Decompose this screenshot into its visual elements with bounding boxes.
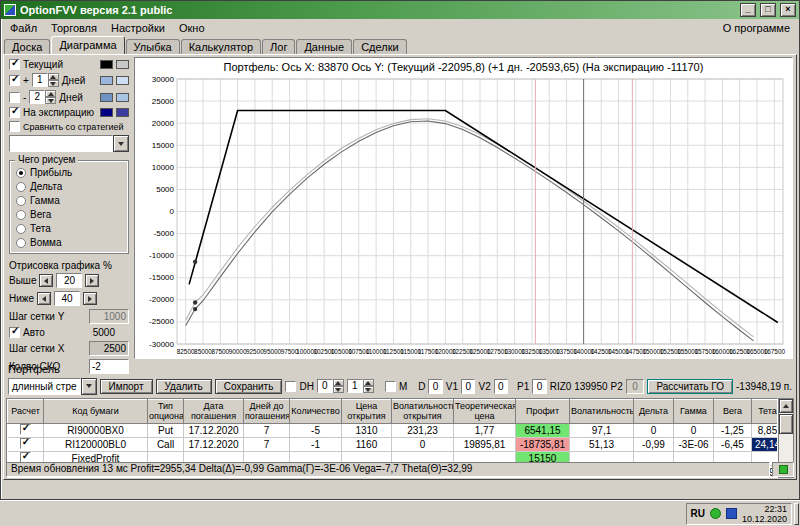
table-cell[interactable]: 6541,15 [516, 424, 570, 438]
spin-down-icon[interactable] [48, 80, 59, 87]
portfolio-profit-chart[interactable]: 8250085000875009000092500950009750010000… [137, 75, 793, 357]
spin-up-icon[interactable] [45, 90, 56, 97]
tab-Данные[interactable]: Данные [296, 39, 352, 54]
menu-about[interactable]: О программе [716, 21, 797, 35]
col-header[interactable]: Код бумаги [44, 400, 148, 424]
legend-checkbox-0[interactable] [9, 59, 20, 70]
table-cell[interactable]: 97,1 [570, 424, 634, 438]
language-indicator[interactable]: RU [691, 508, 705, 519]
table-cell[interactable]: 0 [634, 424, 674, 438]
minimize-button[interactable]: _ [740, 3, 756, 17]
col-header[interactable]: Профит [516, 400, 570, 424]
table-cell[interactable]: 7 [244, 424, 290, 438]
tab-Улыбка[interactable]: Улыбка [126, 39, 180, 54]
p1-input[interactable]: 0 [532, 379, 546, 394]
save-button[interactable]: Сохранить [215, 379, 283, 394]
table-cell[interactable]: -0,99 [634, 438, 674, 452]
col-header[interactable]: Дата погашения [184, 400, 244, 424]
close-button[interactable]: × [780, 3, 796, 17]
dh-checkbox[interactable] [285, 381, 296, 392]
col-header[interactable]: Теоретическая цена [454, 400, 516, 424]
table-cell[interactable]: 231,23 [392, 424, 454, 438]
col-header[interactable]: Дней до погашения [244, 400, 290, 424]
grid-y-input[interactable]: 1000 [89, 309, 129, 324]
col-header[interactable]: Волатильность [570, 400, 634, 424]
draw-option-Вомма[interactable]: Вомма [16, 237, 124, 248]
tab-Доска[interactable]: Доска [4, 39, 50, 54]
draw-option-Прибыль[interactable]: Прибыль [16, 167, 124, 178]
tray-app-icon[interactable] [710, 508, 721, 519]
table-cell[interactable]: 17.12.2020 [184, 438, 244, 452]
tab-Лог[interactable]: Лог [262, 39, 295, 54]
col-header[interactable]: Волатильность открытия [392, 400, 454, 424]
below-value[interactable]: 40 [54, 291, 80, 306]
tab-Сделки[interactable]: Сделки [353, 39, 407, 54]
m-checkbox[interactable] [385, 381, 396, 392]
table-cell[interactable]: 24,14 [752, 438, 779, 452]
delete-button[interactable]: Удалить [156, 379, 212, 394]
spin-down-icon[interactable] [333, 386, 344, 393]
above-increment-button[interactable] [85, 274, 99, 287]
below-decrement-button[interactable] [37, 292, 51, 305]
col-header[interactable]: Расчет [8, 400, 44, 424]
import-button[interactable]: Импорт [100, 379, 153, 394]
col-header[interactable]: Вега [714, 400, 752, 424]
above-value[interactable]: 20 [56, 273, 82, 288]
spin-down-icon[interactable] [45, 97, 56, 104]
col-header[interactable]: Тип опциона [148, 400, 184, 424]
legend-checkbox-2[interactable] [9, 92, 20, 103]
auto-checkbox[interactable] [9, 327, 20, 338]
row-calc-checkbox[interactable] [20, 438, 31, 449]
chevron-down-icon[interactable] [81, 378, 97, 395]
table-cell[interactable]: 1160 [342, 438, 392, 452]
legend-days-spinner-1[interactable]: 1 [32, 73, 59, 87]
table-cell[interactable]: RI90000BX0 [44, 424, 148, 438]
table-cell[interactable]: 19895,81 [454, 438, 516, 452]
draw-option-Дельта[interactable]: Дельта [16, 181, 124, 192]
chevron-down-icon[interactable] [113, 135, 129, 152]
table-cell[interactable]: Call [148, 438, 184, 452]
row-calc-checkbox[interactable] [20, 424, 31, 435]
table-cell[interactable]: -1 [290, 438, 342, 452]
table-cell[interactable]: Put [148, 424, 184, 438]
v1-input[interactable]: 0 [461, 379, 475, 394]
spin-up-icon[interactable] [333, 379, 344, 386]
table-cell[interactable]: 51,13 [570, 438, 634, 452]
col-header[interactable]: Гамма [674, 400, 714, 424]
draw-option-Вега[interactable]: Вега [16, 209, 124, 220]
table-cell[interactable]: 0 [674, 424, 714, 438]
dh-spinner-2[interactable]: 1 [347, 379, 374, 393]
p2-input[interactable]: 0 [626, 379, 645, 394]
table-cell[interactable]: 7 [244, 438, 290, 452]
below-increment-button[interactable] [83, 292, 97, 305]
col-header[interactable]: Количество [290, 400, 342, 424]
grid-x-input[interactable]: 2500 [89, 341, 129, 356]
calc-margin-button[interactable]: Рассчитать ГО [647, 379, 733, 394]
above-decrement-button[interactable] [39, 274, 53, 287]
table-cell[interactable]: 0 [392, 438, 454, 452]
tray-network-icon[interactable] [726, 508, 737, 519]
legend-checkbox-1[interactable] [9, 75, 20, 86]
col-header[interactable]: Цена открытия [342, 400, 392, 424]
legend-checkbox-3[interactable] [9, 107, 20, 118]
draw-option-Тета[interactable]: Тета [16, 223, 124, 234]
table-cell[interactable]: 17.12.2020 [184, 424, 244, 438]
dh-spinner-1[interactable]: 0 [317, 379, 344, 393]
show-desktop-button[interactable] [794, 503, 799, 525]
legend-days-spinner-2[interactable]: 2 [29, 90, 56, 104]
table-cell[interactable]: RI120000BL0 [44, 438, 148, 452]
draw-option-Гамма[interactable]: Гамма [16, 195, 124, 206]
tray-clock[interactable]: 22:31 10.12.2020 [742, 504, 787, 524]
table-cell[interactable]: -1,25 [714, 424, 752, 438]
strategy-compare-combobox[interactable] [9, 135, 129, 152]
d-input[interactable]: 0 [428, 379, 442, 394]
strategy-combobox[interactable]: длинный стре [8, 378, 97, 395]
tab-Диаграмма[interactable]: Диаграмма [51, 36, 124, 54]
table-cell[interactable]: 8,85 [752, 424, 779, 438]
maximize-button[interactable]: □ [760, 3, 776, 17]
table-cell[interactable]: 1,77 [454, 424, 516, 438]
tab-Калькулятор[interactable]: Калькулятор [181, 39, 261, 54]
scrollbar-thumb[interactable] [779, 414, 793, 434]
spin-down-icon[interactable] [363, 386, 374, 393]
menu-item-Настройки[interactable]: Настройки [104, 21, 172, 35]
